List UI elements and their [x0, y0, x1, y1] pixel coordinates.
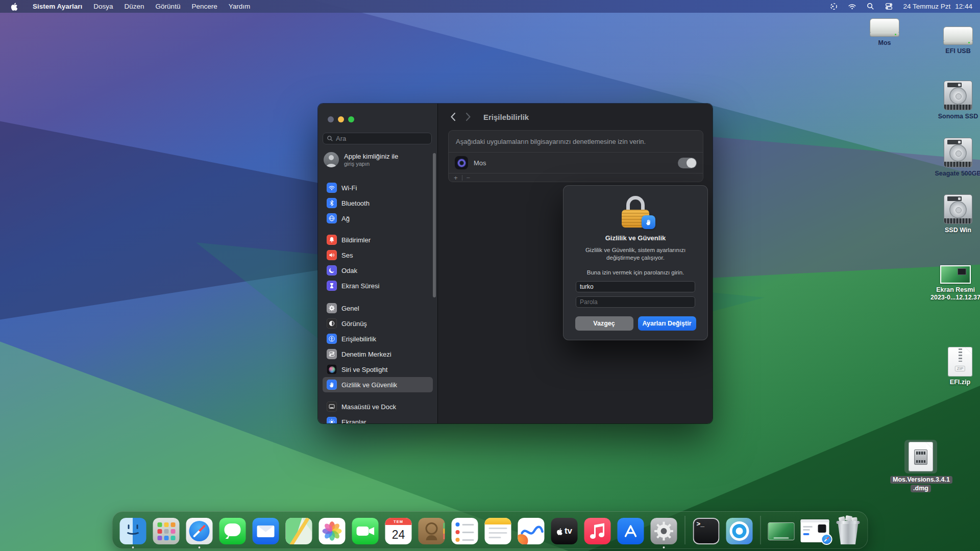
sidebar-item-control-center[interactable]: Denetim Merkezi	[323, 346, 433, 362]
sidebar-item-screen-time[interactable]: Ekran Süresi	[323, 278, 433, 293]
mos-app-icon	[455, 156, 468, 169]
close-button[interactable]	[328, 116, 334, 122]
divider	[462, 175, 462, 181]
sidebar-item-sound[interactable]: Ses	[323, 247, 433, 263]
minimized-window-thumbnail	[769, 523, 794, 540]
safari-icon	[186, 518, 213, 544]
menu-date: 24 Temmuz Pzt	[903, 3, 950, 10]
sidebar-item-privacy-security[interactable]: Gizlilik ve Güvenlik	[323, 377, 433, 392]
dock-item-minimized-safari-window[interactable]	[801, 519, 829, 544]
menu-pencere[interactable]: Pencere	[186, 3, 223, 10]
dock-item-finder[interactable]	[120, 518, 146, 544]
sidebar-item-label: Bildirimler	[341, 236, 371, 244]
apple-menu-icon[interactable]	[10, 2, 18, 11]
remove-app-button[interactable]: −	[467, 174, 471, 182]
dock-item-mos[interactable]	[726, 518, 753, 544]
system-settings-window: Apple kimliğiniz ile giriş yapın Wi-Fi B…	[318, 104, 713, 423]
dock-item-reminders[interactable]	[452, 518, 478, 544]
dock-item-safari[interactable]	[186, 518, 213, 544]
password-field[interactable]	[576, 296, 695, 308]
confirm-button[interactable]: Ayarları Değiştir	[638, 316, 696, 331]
desktop-icon-mos-dmg[interactable]: Mos.Versions.3.4.1 .dmg	[890, 440, 951, 492]
dock-item-system-settings[interactable]	[651, 518, 677, 544]
dock-item-photos[interactable]	[319, 518, 346, 544]
dock-item-trash[interactable]	[836, 517, 861, 544]
dock-item-calendar[interactable]: TEM 24	[385, 518, 412, 544]
sidebar-item-bluetooth[interactable]: Bluetooth	[323, 195, 433, 211]
sidebar-item-displays[interactable]: Ekranlar	[323, 414, 433, 423]
dock-item-launchpad[interactable]	[153, 518, 180, 544]
add-app-button[interactable]: +	[454, 174, 458, 182]
menu-app-name[interactable]: Sistem Ayarları	[27, 3, 88, 10]
dock-item-maps[interactable]	[286, 518, 312, 544]
menu-duzen[interactable]: Düzen	[119, 3, 150, 10]
dock-item-freeform[interactable]	[518, 518, 545, 544]
sidebar-item-desktop-dock[interactable]: Masaüstü ve Dock	[323, 399, 433, 414]
content-header: Erişilebilirlik	[438, 104, 713, 130]
sidebar-item-appearance[interactable]: Görünüş	[323, 316, 433, 331]
terminal-prompt: >_	[697, 520, 705, 528]
zoom-button[interactable]	[348, 116, 354, 122]
dock-item-messages[interactable]	[219, 518, 246, 544]
calendar-month: TEM	[385, 518, 412, 525]
wifi-icon[interactable]	[848, 2, 856, 11]
gear-icon	[327, 303, 337, 313]
sidebar-item-siri-spotlight[interactable]: Siri ve Spotlight	[323, 362, 433, 377]
apple-id-row[interactable]: Apple kimliğiniz ile giriş yapın	[324, 152, 398, 167]
sidebar-search[interactable]	[323, 133, 432, 144]
sidebar-item-label: Ağ	[341, 215, 350, 222]
desktop-icon-efi-usb[interactable]: EFI USB	[929, 27, 980, 55]
sidebar-item-general[interactable]: Genel	[323, 300, 433, 316]
dock-item-mail[interactable]	[253, 518, 279, 544]
desktop-icon-ssd-win[interactable]: SSD Win	[929, 194, 980, 234]
dock-item-facetime[interactable]	[352, 518, 379, 544]
back-button[interactable]	[450, 112, 456, 121]
dock-item-music[interactable]	[584, 518, 611, 544]
sidebar-scrollbar[interactable]	[433, 153, 436, 297]
menu-clock[interactable]: 24 Temmuz Pzt 12:44	[903, 3, 972, 10]
traffic-lights	[328, 116, 354, 122]
photos-icon	[319, 518, 346, 544]
menu-goruntu[interactable]: Görüntü	[150, 3, 186, 10]
running-indicator	[663, 546, 665, 548]
sidebar-item-label: Wi-Fi	[341, 184, 357, 192]
desktop-icon-screenshot[interactable]: Ekran Resmi 2023-0...12.12.37	[927, 265, 980, 302]
minimize-button[interactable]	[338, 116, 344, 122]
finder-icon	[120, 518, 146, 544]
appearance-icon	[327, 318, 337, 329]
dock-item-contacts[interactable]	[419, 518, 445, 544]
desktop-icon-label: EFI.zip	[932, 379, 980, 386]
dock-item-appstore[interactable]	[618, 518, 644, 544]
desktop-icon-efi-zip[interactable]: ZIP EFI.zip	[932, 347, 980, 386]
username-field[interactable]	[576, 281, 695, 292]
sidebar-item-notifications[interactable]: Bildirimler	[323, 232, 433, 247]
zip-file-icon: ZIP	[932, 347, 980, 376]
sidebar-nav: Wi-Fi Bluetooth Ağ Bildirimler	[323, 180, 433, 423]
sidebar-item-focus[interactable]: Odak	[323, 263, 433, 278]
menu-dosya[interactable]: Dosya	[88, 3, 118, 10]
search-input[interactable]	[336, 135, 428, 142]
sidebar-item-accessibility[interactable]: Erişilebilirlik	[323, 331, 433, 346]
forward-button[interactable]	[465, 112, 471, 121]
cancel-button[interactable]: Vazgeç	[575, 316, 633, 331]
desktop-icon-seagate[interactable]: Seagate 500GB	[929, 138, 980, 178]
app-permission-toggle[interactable]	[678, 158, 697, 168]
contacts-icon	[419, 518, 445, 544]
sidebar-item-network[interactable]: Ağ	[323, 211, 433, 226]
mos-sync-icon[interactable]	[829, 2, 838, 11]
control-center-icon	[327, 349, 337, 359]
sidebar-item-wifi[interactable]: Wi-Fi	[323, 180, 433, 195]
control-center-icon[interactable]	[885, 2, 893, 11]
dock-item-notes[interactable]	[485, 518, 511, 544]
dock-item-minimized-desktop-window[interactable]	[769, 523, 794, 544]
menu-yardim[interactable]: Yardım	[223, 3, 256, 10]
dock-item-terminal[interactable]: >_	[693, 518, 720, 544]
desktop-icon-sonoma-ssd[interactable]: Sonoma SSD	[929, 81, 980, 120]
desktop-icon-label: Ekran Resmi	[927, 286, 980, 294]
appletv-label: tv	[565, 526, 572, 536]
desktop-icon-label: Sonoma SSD	[929, 113, 980, 120]
spotlight-icon[interactable]	[866, 2, 875, 11]
brightness-icon	[327, 417, 337, 423]
dock-item-appletv[interactable]: tv	[551, 518, 578, 544]
desktop-icon-mos-drive[interactable]: Mos	[856, 18, 913, 47]
